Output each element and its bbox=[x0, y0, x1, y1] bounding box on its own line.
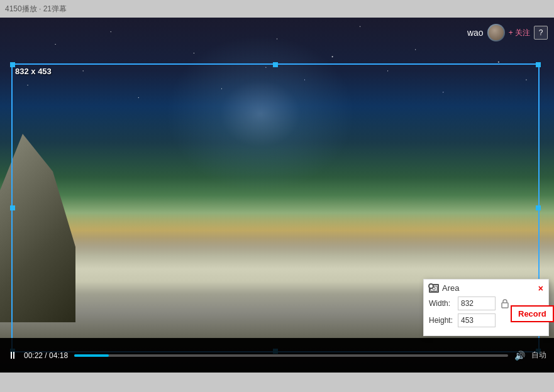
volume-icon[interactable]: 🔊 bbox=[514, 351, 525, 361]
width-label: Width: bbox=[429, 299, 455, 308]
bottom-controls: ⏸ 00:22 / 04:18 🔊 自动 bbox=[0, 338, 554, 373]
lock-icon[interactable] bbox=[499, 298, 511, 309]
follow-button[interactable]: + 关注 bbox=[509, 28, 530, 38]
top-bar: 4150播放 · 21弹幕 bbox=[0, 0, 554, 18]
milky-way-overlay bbox=[166, 35, 355, 192]
dimension-label: 832 x 453 bbox=[15, 67, 52, 76]
auto-quality-label[interactable]: 自动 bbox=[531, 350, 546, 361]
fields-and-record: Width: Height: Record bbox=[429, 297, 543, 330]
svg-point-1 bbox=[431, 285, 433, 286]
close-popup-button[interactable]: × bbox=[538, 284, 543, 293]
avatar-image bbox=[489, 25, 504, 40]
stats-label: 4150播放 · 21弹幕 bbox=[5, 4, 67, 14]
popup-title: Area bbox=[442, 283, 459, 293]
svg-rect-3 bbox=[502, 303, 508, 308]
user-area: wao + 关注 ? bbox=[467, 24, 548, 41]
time-display: 00:22 / 04:18 bbox=[24, 351, 68, 360]
avatar[interactable] bbox=[487, 24, 505, 41]
svg-rect-0 bbox=[431, 286, 437, 291]
username-label: wao bbox=[467, 28, 484, 38]
help-button[interactable]: ? bbox=[534, 26, 548, 40]
popup-header: Area × bbox=[429, 283, 543, 293]
record-button[interactable]: Record bbox=[511, 305, 554, 322]
progress-bar[interactable] bbox=[74, 354, 508, 357]
progress-fill bbox=[74, 354, 109, 357]
height-input[interactable] bbox=[458, 313, 496, 327]
svg-point-2 bbox=[433, 287, 435, 290]
video-player: 832 x 453 wao + 关注 ? ⏸ 00:22 / 04:18 🔊 自… bbox=[0, 18, 554, 373]
fields-section: Width: Height: bbox=[429, 297, 511, 330]
height-field-row: Height: bbox=[429, 313, 511, 327]
area-icon bbox=[429, 284, 439, 293]
area-title-row: Area bbox=[429, 283, 459, 293]
height-label: Height: bbox=[429, 316, 455, 325]
play-pause-button[interactable]: ⏸ bbox=[8, 350, 18, 361]
area-popup: Area × Width: Height: bbox=[423, 279, 549, 336]
width-field-row: Width: bbox=[429, 297, 511, 310]
area-icon-svg bbox=[430, 285, 438, 292]
width-input[interactable] bbox=[458, 297, 496, 310]
